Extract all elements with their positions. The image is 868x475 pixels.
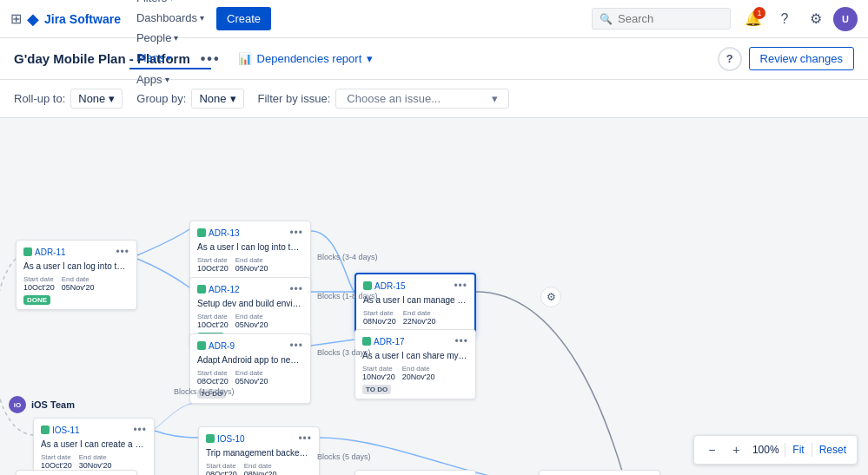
card-type-icon [197,341,206,350]
user-avatar[interactable]: U [833,7,858,31]
card-id: IOS-11 [41,426,80,435]
zoom-divider [785,443,785,457]
filterissue-select[interactable]: Choose an issue... ▾ [335,89,509,109]
zoom-in-button[interactable]: + [726,439,746,460]
zoom-reset-button[interactable]: Reset [816,442,850,458]
card-ios-10[interactable]: IOS-10 ••• Trip management backend frame… [198,426,320,475]
search-box[interactable]: 🔍 [592,8,731,30]
zoom-controls: − + 100% Fit Reset [693,435,858,465]
card-adr-11[interactable]: ADR-11 ••• As a user I can log into the … [16,240,137,310]
card-adr-17[interactable]: ADR-17 ••• As a user I can share my upco… [354,329,476,399]
card-adr-15[interactable]: ADR-15 ••• As a user I can manage my pro… [354,273,476,335]
card-more-button[interactable]: ••• [289,227,303,239]
rollup-group: Roll-up to: None ▾ [14,89,123,109]
zoom-value: 100% [750,444,781,456]
card-type-icon [363,281,372,290]
blocks-label: Blocks (3-4 days) [317,253,378,261]
settings-button[interactable]: ⚙ [802,5,830,33]
card-title: Adapt Android app to new payments pro... [197,354,303,366]
filterissue-label: Filter by issue: [258,92,331,105]
nav-items: Your work▾Projects▾Filters▾Dashboards▾Pe… [129,0,211,89]
groupby-select[interactable]: None ▾ [191,89,243,109]
card-header: ADR-11 ••• [23,246,129,258]
groupby-group: Group by: None ▾ [136,89,243,109]
logo-diamond: ◆ [27,10,39,29]
secbar-right: ? Review changes [718,47,854,71]
review-changes-button[interactable]: Review changes [749,47,854,70]
card-more-button[interactable]: ••• [289,283,303,295]
card-more-button[interactable]: ••• [289,340,303,352]
card-more-button[interactable]: ••• [298,432,312,445]
card-id: ADR-13 [197,228,240,238]
nav-chevron-apps: ▾ [165,75,169,84]
zoom-fit-button[interactable]: Fit [789,442,807,458]
nav-item-dashboards[interactable]: Dashboards▾ [129,8,211,28]
zoom-out-button[interactable]: − [701,439,722,460]
card-header: IOS-11 ••• [41,424,147,436]
nav-label-dashboards: Dashboards [136,11,197,24]
card-id: ADR-15 [363,281,406,291]
blocks-label: Blocks (1-8 days) [317,292,378,300]
help-circle-button[interactable]: ? [718,47,742,71]
chart-icon: 📊 [238,52,252,65]
chevron-down-icon: ▾ [367,52,373,65]
card-dates: Start date 08Nov'20 End date 22Nov'20 [363,309,467,326]
nav-chevron-plans: ▾ [167,53,171,63]
card-title: As a user I can create a custom user acc… [41,439,147,450]
card-id: ADR-11 [23,247,66,257]
card-more-button[interactable]: ••• [133,424,147,436]
card-more-button[interactable]: ••• [116,246,129,258]
card-dates: Start date 10Oct'20 End date 30Nov'20 [41,453,147,470]
card-dates: Start date 10Oct'20 End date 05Nov'20 [197,256,303,273]
canvas-settings-button[interactable]: ⚙ [540,287,561,307]
nav-chevron-people: ▾ [174,33,178,43]
card-header: ADR-17 ••• [362,335,468,347]
card-ios-7[interactable]: IOS-7 ••• As a user I can log into the s… [16,470,137,475]
card-title: Setup dev and build environment [197,298,303,309]
create-button[interactable]: Create [216,7,271,30]
status-badge: TO DO [362,385,391,394]
card-dates: Start date 10Oct'20 End date 05Nov'20 [197,313,303,329]
zoom-divider-2 [812,443,812,457]
card-ios-11[interactable]: IOS-11 ••• As a user I can create a cust… [33,418,155,475]
ios-team-label: iO iOS Team [9,396,75,413]
nav-item-filters[interactable]: Filters▾ [129,0,211,8]
card-ios-13[interactable]: IOS-13 ••• As a user I can log into the … [354,470,476,475]
ios-team-name: iOS Team [31,399,75,410]
nav-item-apps[interactable]: Apps▾ [129,69,211,89]
card-type-icon [197,285,206,294]
notifications-button[interactable]: 🔔 1 [739,5,767,33]
card-type-icon [23,247,32,256]
filterissue-group: Filter by issue: Choose an issue... ▾ [258,89,510,109]
report-label: Dependencies report [257,52,362,65]
nav-label-apps: Apps [136,73,162,86]
nav-label-filters: Filters [136,0,167,4]
logo-text: Jira Software [44,12,121,26]
search-input[interactable] [618,12,722,25]
report-link[interactable]: 📊 Dependencies report ▾ [231,49,381,69]
blocks-label: Blocks (3 days) [317,348,371,357]
card-more-button[interactable]: ••• [454,280,467,292]
nav-item-people[interactable]: People▾ [129,28,211,48]
card-title: Trip management backend framework [206,447,312,459]
status-badge: DONE [23,295,50,305]
filterissue-placeholder: Choose an issue... [347,92,441,105]
filterissue-chevron-icon: ▾ [492,92,498,105]
blocks-label: Blocks (1-6 days) [174,387,235,396]
card-title: As a user I can manage my profile [363,294,467,306]
card-id: IOS-10 [206,434,245,444]
rollup-select[interactable]: None ▾ [70,89,123,109]
card-header: ADR-12 ••• [197,283,303,295]
card-dates: Start date 08Oct'20 End date 08Nov'20 [206,462,312,475]
nav-item-plans[interactable]: Plans▾ [129,48,211,69]
rollup-label: Roll-up to: [14,92,65,105]
card-more-button[interactable]: ••• [454,335,468,347]
card-ios-18[interactable]: IOS-18 ••• List existing trips Start dat… [539,470,660,475]
nav-label-people: People [136,31,171,44]
dependency-canvas[interactable]: iO iOS Team ⚙ ADR-11 ••• As a user I can… [0,118,868,475]
card-type-icon [206,434,215,443]
main-area: iO iOS Team ⚙ ADR-11 ••• As a user I can… [0,118,868,475]
card-header: ADR-9 ••• [197,340,303,352]
help-button[interactable]: ? [771,5,798,33]
logo[interactable]: ⊞ ◆ Jira Software [10,10,121,29]
